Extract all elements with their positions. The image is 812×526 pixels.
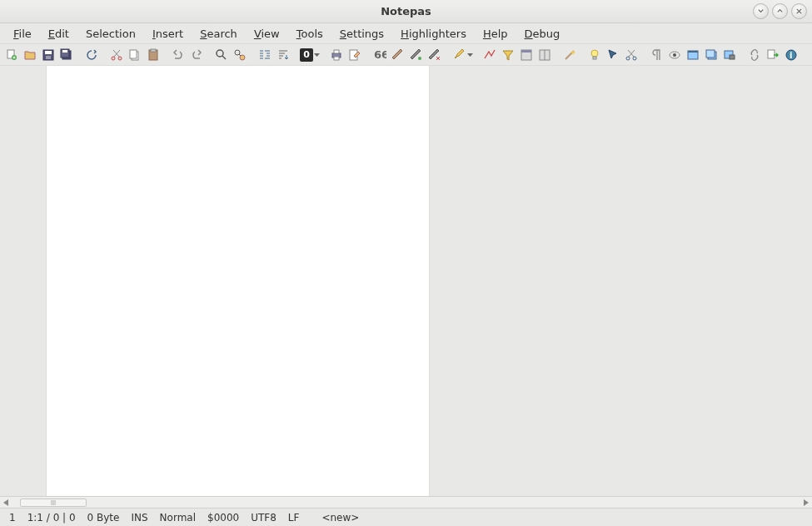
menu-highlighters[interactable]: Highlighters [392, 25, 475, 43]
scroll-left-button[interactable] [0, 498, 12, 508]
lightbulb-button[interactable] [586, 47, 603, 63]
window-print-button[interactable] [721, 47, 738, 63]
svg-point-9 [118, 57, 122, 60]
svg-rect-19 [334, 57, 339, 60]
status-code: $0000 [202, 512, 245, 523]
status-position: 1:1 / 0 | 0 [22, 512, 82, 523]
svg-point-8 [112, 57, 115, 60]
status-filename: <new> [305, 512, 365, 523]
scroll-right-button[interactable] [800, 498, 812, 508]
fold-level-dropdown[interactable]: 0 [300, 48, 320, 62]
edit-mode-button[interactable] [346, 47, 363, 63]
window-icon [686, 48, 700, 62]
minimize-button[interactable] [753, 3, 769, 19]
highlight-icon [452, 48, 466, 62]
status-eol: LF [282, 512, 306, 523]
line-tool-button[interactable] [481, 47, 498, 63]
find-button[interactable] [213, 47, 230, 63]
refresh-button[interactable] [83, 47, 100, 63]
cut-special-button[interactable] [623, 47, 640, 63]
sort-button[interactable] [275, 47, 291, 63]
paste-button[interactable] [145, 47, 162, 63]
svg-rect-36 [706, 50, 715, 58]
title-bar: Notepas [0, 0, 812, 23]
indent-button[interactable] [257, 47, 273, 63]
status-mode: INS [125, 512, 153, 523]
text-editor[interactable] [46, 66, 430, 496]
undo-button[interactable] [170, 47, 187, 63]
maximize-button[interactable] [772, 3, 788, 19]
paragraph-button[interactable] [648, 47, 665, 63]
copy-button[interactable] [127, 47, 143, 63]
close-button[interactable] [791, 3, 807, 19]
menu-debug[interactable]: Debug [516, 25, 569, 43]
menu-view[interactable]: View [246, 25, 288, 43]
paste-icon [147, 48, 160, 62]
indent-icon [258, 48, 271, 62]
triangle-left-icon [3, 499, 8, 506]
svg-text:66: 66 [374, 48, 386, 61]
save-button[interactable] [40, 47, 57, 63]
status-encoding: UTF8 [245, 512, 282, 523]
svg-rect-28 [593, 57, 596, 59]
right-margin [430, 66, 812, 496]
brush-clear-button[interactable] [426, 47, 443, 63]
scrollbar-thumb[interactable] [20, 498, 87, 507]
close-icon [795, 8, 803, 15]
link-button[interactable] [746, 47, 763, 63]
menu-insert[interactable]: Insert [144, 25, 192, 43]
quote-button[interactable]: 66 [371, 47, 388, 63]
redo-button[interactable] [188, 47, 205, 63]
dropdown-caret-icon [467, 48, 473, 62]
horizontal-scrollbar[interactable] [0, 496, 812, 508]
new-file-button[interactable] [3, 47, 20, 63]
magic-wand-button[interactable] [561, 47, 578, 63]
highlight-button[interactable] [451, 47, 466, 63]
menu-tools[interactable]: Tools [288, 25, 331, 43]
filter-button[interactable] [500, 47, 516, 63]
svg-point-22 [418, 57, 421, 60]
svg-point-30 [633, 57, 636, 60]
svg-point-29 [626, 57, 630, 60]
export-icon [766, 48, 780, 62]
new-file-icon [5, 48, 18, 62]
menu-search[interactable]: Search [192, 25, 246, 43]
brush-edit-button[interactable] [408, 47, 425, 63]
menu-selection[interactable]: Selection [77, 25, 144, 43]
chevron-down-icon [757, 8, 765, 15]
editor-area [0, 66, 812, 496]
pointer-button[interactable] [605, 47, 621, 63]
info-icon: i [785, 48, 798, 62]
quote-icon: 66 [373, 48, 386, 62]
cut-button[interactable] [108, 47, 125, 63]
menu-bar: File Edit Selection Insert Search View T… [0, 23, 812, 44]
export-button[interactable] [765, 47, 781, 63]
highlight-dropdown[interactable] [451, 47, 473, 63]
sort-icon [276, 48, 290, 62]
window-button[interactable] [685, 47, 701, 63]
info-button[interactable]: i [783, 47, 800, 63]
svg-text:i: i [790, 51, 792, 60]
print-button[interactable] [328, 47, 345, 63]
brush-button[interactable] [390, 47, 406, 63]
save-all-button[interactable] [58, 47, 75, 63]
replace-button[interactable] [232, 47, 248, 63]
triangle-right-icon [804, 499, 809, 506]
toolbar: 0 66 i [0, 44, 812, 66]
open-file-button[interactable] [22, 47, 38, 63]
print-icon [330, 48, 343, 62]
svg-rect-13 [151, 49, 156, 52]
windows-button[interactable] [703, 47, 720, 63]
gutter [0, 66, 46, 496]
svg-point-32 [673, 53, 676, 57]
menu-file[interactable]: File [5, 25, 40, 43]
pointer-icon [606, 48, 620, 62]
menu-help[interactable]: Help [475, 25, 516, 43]
split-panel-button[interactable] [536, 47, 553, 63]
redo-icon [190, 48, 203, 62]
menu-settings[interactable]: Settings [331, 25, 392, 43]
eye-button[interactable] [666, 47, 683, 63]
scrollbar-track[interactable] [12, 498, 800, 508]
menu-edit[interactable]: Edit [40, 25, 77, 43]
panel-button[interactable] [518, 47, 535, 63]
